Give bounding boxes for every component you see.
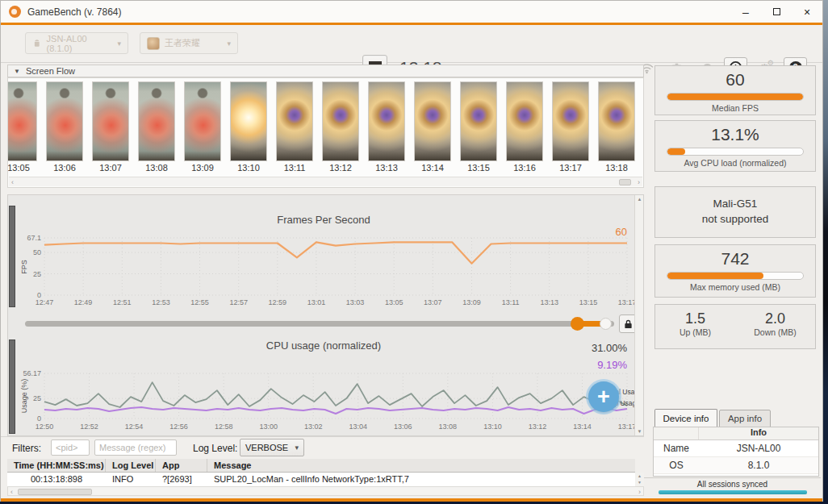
screen-flow-header[interactable]: ▼ Screen Flow <box>7 65 644 77</box>
gpu-status: not supported <box>655 211 815 227</box>
add-metric-button[interactable]: + <box>588 381 619 412</box>
screen-flow-scrollbar[interactable]: ‹ › <box>9 177 642 186</box>
scroll-left-icon[interactable]: ‹ <box>11 178 14 186</box>
app-dropdown-label: 王者荣耀 <box>165 37 200 49</box>
screen-flow-thumbnail[interactable]: 13:16 <box>506 81 543 173</box>
screen-flow-thumbnail[interactable]: 13:06 <box>46 81 83 173</box>
chevron-down-icon: ▾ <box>227 40 231 48</box>
thumbnail-timestamp: 13:05 <box>7 163 37 173</box>
thumbnail-timestamp: 13:16 <box>506 163 543 173</box>
screen-flow-thumbnail[interactable]: 13:18 <box>598 81 635 173</box>
thumbnail-image[interactable] <box>276 81 313 161</box>
network-down-label: Down (MB) <box>735 327 815 337</box>
tab-app-info[interactable]: App info <box>719 410 771 427</box>
thumbnail-image[interactable] <box>598 81 635 161</box>
median-fps-label: Median FPS <box>655 103 815 113</box>
log-time-cell: 00:13:18:898 <box>7 473 106 486</box>
tab-device-info[interactable]: Device info <box>654 409 717 427</box>
log-level-dropdown[interactable]: VERBOSE ▾ <box>240 439 304 456</box>
log-level-value: VERBOSE <box>245 443 288 452</box>
log-table-row[interactable]: 00:13:18:898 INFO ?[2693] SUPL20_LocMan … <box>7 473 635 486</box>
scroll-left-icon[interactable]: ‹ <box>10 488 13 496</box>
thumbnail-image[interactable] <box>322 81 359 161</box>
column-header-message[interactable]: Message <box>207 459 635 472</box>
log-scrollbar-horizontal[interactable]: ‹ › <box>7 486 644 496</box>
close-button[interactable]: × <box>792 1 822 23</box>
timeline-slider-handle[interactable] <box>571 317 584 331</box>
device-info-table: Info Name JSN-AL00 OS 8.1.0 <box>653 427 819 477</box>
svg-text:12:53: 12:53 <box>152 298 170 306</box>
lock-icon <box>624 319 633 330</box>
fps-chart-drag-handle[interactable] <box>9 206 15 307</box>
screen-flow-thumbnail[interactable]: 13:05 <box>7 81 37 173</box>
svg-text:12:51: 12:51 <box>113 298 132 306</box>
pid-filter-input[interactable] <box>51 439 90 456</box>
screen-flow-thumbnail[interactable]: 13:07 <box>92 81 129 173</box>
screen-flow-title: Screen Flow <box>26 66 75 76</box>
scrollbar-thumb[interactable] <box>619 179 631 185</box>
column-header-loglevel[interactable]: Log Level <box>106 459 156 472</box>
chevron-down-icon: ▾ <box>295 444 299 452</box>
app-avatar <box>147 37 160 50</box>
screen-flow-thumbnail[interactable]: 13:13 <box>368 81 405 173</box>
thumbnail-timestamp: 13:09 <box>184 163 221 173</box>
thumbnail-image[interactable] <box>184 81 221 161</box>
app-dropdown[interactable]: 王者荣耀 ▾ <box>140 32 238 54</box>
log-level-label: Log Level: <box>193 443 237 454</box>
screen-flow-thumbnail[interactable]: 13:12 <box>322 81 359 173</box>
chevron-down-icon: ▾ <box>117 40 121 48</box>
info-row-name: Name JSN-AL00 <box>654 440 818 457</box>
network-up-value: 1.5 <box>655 310 735 327</box>
scroll-up-icon[interactable]: ▲ <box>635 473 644 479</box>
screen-flow-thumbnail[interactable]: 13:14 <box>414 81 451 173</box>
svg-text:13:09: 13:09 <box>462 298 481 306</box>
charts-scrollbar[interactable]: ▲ ▼ <box>634 195 643 435</box>
collapse-icon: ▼ <box>14 68 20 75</box>
screen-flow-thumbnail[interactable]: 13:15 <box>460 81 497 173</box>
max-memory-card: 742 Max memory used (MB) <box>654 244 816 298</box>
thumbnail-image[interactable] <box>230 81 267 161</box>
avg-cpu-label: Avg CPU load (normalized) <box>655 158 815 168</box>
thumbnail-image[interactable] <box>92 81 129 161</box>
log-filters-bar: Filters: Log Level: VERBOSE ▾ <box>1 436 644 459</box>
log-scrollbar-vertical[interactable]: ▲ ▼ <box>635 473 644 486</box>
svg-text:13:02: 13:02 <box>304 423 323 431</box>
cpu-chart-drag-handle[interactable] <box>9 339 15 434</box>
scroll-right-icon[interactable]: › <box>638 488 641 496</box>
thumbnail-image[interactable] <box>7 81 37 161</box>
thumbnail-image[interactable] <box>414 81 451 161</box>
maximize-button[interactable] <box>761 1 792 23</box>
plus-icon: + <box>597 386 610 408</box>
minimize-button[interactable]: – <box>730 1 761 23</box>
svg-text:67.1: 67.1 <box>27 234 41 242</box>
column-header-time[interactable]: Time (HH:MM:SS:ms) <box>7 459 106 472</box>
thumbnail-timestamp: 13:10 <box>230 163 267 173</box>
svg-text:13:01: 13:01 <box>307 298 326 306</box>
screen-flow-thumbnail[interactable]: 13:08 <box>138 81 175 173</box>
screen-flow-thumbnail[interactable]: 13:09 <box>184 81 221 173</box>
message-filter-input[interactable] <box>94 439 177 456</box>
scroll-up-icon[interactable]: ▲ <box>636 197 643 202</box>
thumbnail-image[interactable] <box>46 81 83 161</box>
scroll-down-icon[interactable]: ▼ <box>635 479 644 485</box>
thumbnail-image[interactable] <box>506 81 543 161</box>
info-table-header: Info <box>699 427 818 439</box>
thumbnail-image[interactable] <box>368 81 405 161</box>
avg-cpu-card: 13.1% Avg CPU load (normalized) <box>654 120 816 172</box>
thumbnail-image[interactable] <box>552 81 589 161</box>
scroll-right-icon[interactable]: › <box>638 178 640 186</box>
column-header-app[interactable]: App <box>156 459 207 472</box>
thumbnail-timestamp: 13:07 <box>92 163 129 173</box>
thumbnail-image[interactable] <box>138 81 175 161</box>
scrollbar-thumb[interactable] <box>18 489 92 495</box>
screen-flow-thumbnail[interactable]: 13:11 <box>276 81 313 173</box>
screen-flow-thumbnail[interactable]: 13:10 <box>230 81 267 173</box>
device-dropdown[interactable]: JSN-AL00 (8.1.0) ▾ <box>25 32 128 54</box>
svg-text:56.17: 56.17 <box>23 369 41 377</box>
screen-flow-thumbnail[interactable]: 13:17 <box>552 81 589 173</box>
thumbnail-timestamp: 13:11 <box>276 163 313 173</box>
scroll-down-icon[interactable]: ▼ <box>636 429 643 434</box>
thumbnail-image[interactable] <box>460 81 497 161</box>
timeline-slider-track[interactable] <box>25 321 614 327</box>
timeline-slider-end-handle[interactable] <box>600 318 612 330</box>
